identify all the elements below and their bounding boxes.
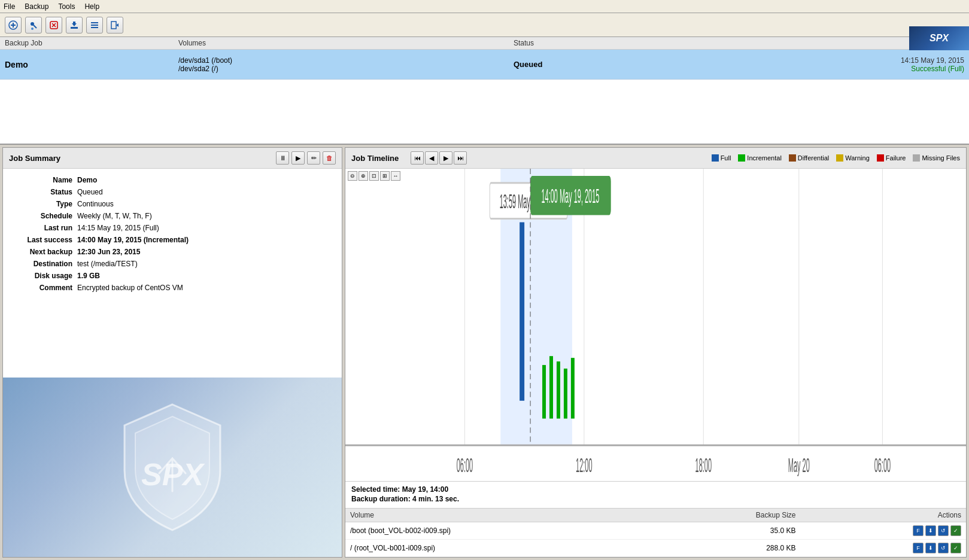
restore-btn-1[interactable]: ↺ [938, 525, 949, 536]
nav-prev-button[interactable]: ◀ [425, 151, 438, 165]
legend-warning-box [836, 154, 843, 162]
zoom-fit-button[interactable]: ⊡ [369, 171, 379, 181]
job-list: Backup Job Volumes Status Last Run Demo … [0, 37, 969, 145]
svg-rect-11 [73, 22, 75, 25]
volume-name-2: / (root_VOL-b001-i009.spi) [345, 540, 660, 557]
next-backup-value: 12:30 Jun 23, 2015 [77, 248, 140, 256]
job-status-cell: Queued [509, 50, 844, 79]
legend-differential-label: Differential [798, 154, 829, 162]
nav-next-button[interactable]: ▶ [439, 151, 452, 165]
name-label: Name [13, 176, 72, 184]
destination-value: test (/media/TEST) [77, 260, 138, 268]
svg-rect-28 [557, 361, 560, 418]
zoom-custom-button[interactable]: ⊞ [380, 171, 390, 181]
svg-point-5 [31, 28, 34, 30]
last-run-status: Successful (Full) [911, 65, 964, 73]
browse-button-2[interactable]: F [913, 543, 924, 553]
svg-text:12:00: 12:00 [576, 455, 592, 476]
download-button[interactable] [66, 17, 83, 34]
svg-rect-25 [520, 222, 524, 400]
export-button[interactable] [107, 17, 123, 34]
schedule-label: Schedule [13, 212, 72, 220]
download-btn-2[interactable]: ⬇ [925, 543, 936, 553]
edit-button[interactable]: ✏ [307, 151, 320, 165]
job-status: Queued [514, 60, 839, 69]
destination-label: Destination [13, 260, 72, 268]
job-last-run-cell: 14:15 May 19, 2015 Successful (Full) [844, 50, 969, 79]
backup-info: Selected time: May 19, 14:00 Backup dura… [345, 482, 966, 509]
action-buttons-1: F ⬇ ↺ ✓ [806, 525, 962, 536]
type-value: Continuous [77, 200, 114, 208]
job-summary-title: Job Summary [9, 154, 60, 163]
svg-text:SPX: SPX [141, 457, 205, 492]
legend-missing-files-box [913, 154, 920, 162]
detail-disk-usage: Disk usage 1.9 GB [13, 272, 332, 280]
menubar: File Backup Tools Help [0, 0, 969, 13]
add-button[interactable] [5, 17, 22, 34]
menu-file[interactable]: File [4, 2, 15, 11]
browse-button-1[interactable]: F [913, 525, 924, 536]
nav-last-button[interactable]: ⏭ [454, 151, 467, 165]
svg-text:14:00 May 19, 2015: 14:00 May 19, 2015 [541, 185, 599, 206]
svg-text:18:00: 18:00 [695, 455, 712, 476]
zoom-out-button[interactable]: ⊖ [348, 171, 357, 181]
verify-btn-2[interactable]: ✓ [950, 543, 961, 553]
restore-btn-2[interactable]: ↺ [938, 543, 949, 553]
legend-incremental-box [738, 154, 745, 162]
legend-full-label: Full [721, 154, 731, 162]
last-run-value: 14:15 May 19, 2015 (Full) [77, 224, 159, 232]
pin-button[interactable] [25, 17, 42, 34]
menu-backup[interactable]: Backup [25, 2, 48, 11]
summary-panel-toolbar: ⏸ ▶ ✏ 🗑 [276, 151, 336, 165]
toolbar: SPX [0, 13, 969, 37]
volume-2: /dev/sda2 (/) [178, 65, 504, 73]
backup-duration: Backup duration: 4 min. 13 sec. [351, 495, 960, 503]
schedule-value: Weekly (M, T, W, Th, F) [77, 212, 152, 220]
detail-next-backup: Next backup 12:30 Jun 23, 2015 [13, 248, 332, 256]
type-label: Type [13, 200, 72, 208]
legend-differential-box [789, 154, 796, 162]
volume-size-1: 35.0 KB [660, 522, 801, 540]
list-button[interactable] [86, 17, 103, 34]
menu-tools[interactable]: Tools [58, 2, 75, 11]
download-btn-1[interactable]: ⬇ [925, 525, 936, 536]
volume-name-1: /boot (boot_VOL-b002-i009.spi) [345, 522, 660, 540]
svg-text:May 20: May 20 [788, 455, 810, 476]
detail-comment: Comment Encrypted backup of CentOS VM [13, 284, 332, 292]
header-status: Status [514, 39, 849, 47]
nav-first-button[interactable]: ⏮ [411, 151, 424, 165]
verify-btn-1[interactable]: ✓ [950, 525, 961, 536]
col-volume: Volume [345, 509, 660, 522]
disk-usage-value: 1.9 GB [77, 272, 100, 280]
svg-text:06:00: 06:00 [457, 455, 473, 476]
zoom-in-button[interactable]: ⊕ [359, 171, 368, 181]
name-value: Demo [77, 176, 97, 184]
disk-usage-label: Disk usage [13, 272, 72, 280]
timeline-title: Job Timeline [351, 154, 399, 163]
svg-rect-15 [111, 22, 116, 29]
legend-incremental-label: Incremental [747, 154, 781, 162]
toolbar-logo: SPX [909, 26, 969, 50]
legend-full-box [712, 154, 719, 162]
table-row: /boot (boot_VOL-b002-i009.spi) 35.0 KB F… [345, 522, 966, 540]
svg-line-4 [34, 25, 37, 28]
timeline-legend: Full Incremental Differential Warning Fa… [712, 154, 960, 162]
volumes-section: Volume Backup Size Actions /boot (boot_V… [345, 509, 966, 557]
delete-button[interactable]: 🗑 [323, 151, 336, 165]
legend-failure-box [877, 154, 884, 162]
detail-schedule: Schedule Weekly (M, T, W, Th, F) [13, 212, 332, 220]
timeline-header: Job Timeline ⏮ ◀ ▶ ⏭ Full Incremental D [345, 148, 966, 169]
last-run-label: Last run [13, 224, 72, 232]
menu-help[interactable]: Help [84, 2, 99, 11]
svg-rect-29 [564, 369, 567, 419]
scroll-button[interactable]: ↔ [391, 171, 400, 181]
last-success-label: Last success [13, 236, 72, 244]
pause-button[interactable]: ⏸ [276, 151, 289, 165]
play-button[interactable]: ▶ [291, 151, 305, 165]
col-actions: Actions [801, 509, 967, 522]
table-row[interactable]: Demo /dev/sda1 (/boot) /dev/sda2 (/) Que… [0, 50, 969, 80]
restore-button[interactable] [45, 17, 62, 34]
job-name-cell: Demo [0, 50, 174, 79]
chart-container[interactable]: ⊖ ⊕ ⊡ ⊞ ↔ [345, 169, 966, 482]
detail-last-run: Last run 14:15 May 19, 2015 (Full) [13, 224, 332, 232]
